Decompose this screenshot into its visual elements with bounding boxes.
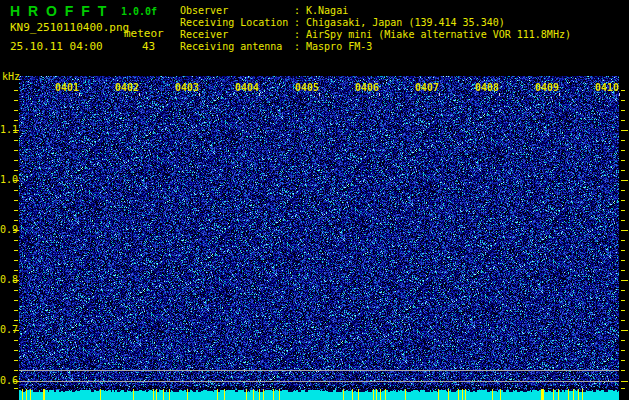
time-label: 0407 [409, 82, 439, 93]
time-label: 0403 [169, 82, 199, 93]
freq-major-tick-right [621, 180, 628, 181]
freq-axis-label: 1.0 [0, 174, 14, 185]
meteor-marker [156, 389, 157, 400]
info-value: : Chigasaki, Japan (139.414 35.340) [294, 17, 505, 28]
freq-minor-tick [14, 350, 18, 351]
time-label: 0401 [49, 82, 79, 93]
minute-tick [439, 93, 440, 96]
time-label: 0405 [289, 82, 319, 93]
freq-minor-tick [14, 200, 18, 201]
info-value: : AirSpy mini (Miake alternative VOR 111… [294, 29, 571, 40]
info-value: : K.Nagai [294, 5, 348, 16]
freq-minor-tick-right [621, 220, 625, 221]
freq-minor-tick [14, 220, 18, 221]
freq-minor-tick [14, 260, 18, 261]
info-label: Receiving Location [180, 17, 294, 29]
freq-minor-tick-right [621, 160, 625, 161]
freq-minor-tick [14, 90, 18, 91]
minute-tick [199, 93, 200, 96]
freq-minor-tick-right [621, 250, 625, 251]
time-label: 0406 [349, 82, 379, 93]
freq-minor-tick [14, 190, 18, 191]
freq-minor-tick-right [621, 270, 625, 271]
meteor-marker [465, 389, 466, 400]
meteor-marker [259, 389, 260, 400]
freq-axis-label: 0.8 [0, 274, 14, 285]
filename: KN9_2510110400.png [10, 21, 129, 34]
freq-minor-tick-right [621, 100, 625, 101]
info-label: Receiver [180, 29, 294, 41]
freq-minor-tick-right [621, 110, 625, 111]
freq-minor-tick [14, 110, 18, 111]
meteor-marker [462, 389, 463, 400]
timestamp: 25.10.11 04:00 [10, 40, 103, 53]
freq-minor-tick-right [621, 140, 625, 141]
time-label: 0404 [229, 82, 259, 93]
meteor-marker [568, 389, 569, 400]
freq-minor-tick [14, 370, 18, 371]
freq-major-tick-right [621, 330, 628, 331]
meteor-marker [558, 389, 559, 400]
freq-minor-tick [14, 320, 18, 321]
hrofft-screen: H R O F F T 1.0.0f KN9_2510110400.png me… [0, 0, 629, 400]
freq-minor-tick-right [621, 90, 625, 91]
meteor-marker [163, 389, 164, 400]
meteor-marker [380, 389, 381, 400]
meteor-marker [358, 389, 359, 400]
freq-minor-tick-right [621, 150, 625, 151]
meteor-marker [217, 389, 218, 400]
meteor-marker [582, 389, 583, 400]
meteor-marker [573, 389, 574, 400]
meteor-marker [26, 389, 27, 400]
minute-tick [79, 93, 80, 96]
meteor-marker [500, 389, 501, 400]
time-label: 0410 [589, 82, 619, 93]
app-title: H R O F F T [10, 3, 108, 19]
freq-minor-tick [14, 310, 18, 311]
info-row: Receiver: AirSpy mini (Miake alternative… [180, 29, 571, 41]
freq-minor-tick [14, 270, 18, 271]
meteor-marker [385, 389, 386, 400]
freq-minor-tick [14, 160, 18, 161]
freq-axis-unit: kHz [2, 71, 20, 82]
info-row: Receiving antenna: Maspro FM-3 [180, 41, 571, 53]
freq-minor-tick-right [621, 190, 625, 191]
meteor-marker [263, 389, 264, 400]
minute-tick [559, 93, 560, 96]
freq-major-tick-right [621, 381, 628, 382]
time-label: 0409 [529, 82, 559, 93]
meteor-marker [541, 389, 544, 400]
freq-minor-tick [14, 250, 18, 251]
meteor-marker [492, 389, 493, 400]
freq-minor-tick-right [621, 240, 625, 241]
freq-minor-tick [14, 120, 18, 121]
meteor-count: 43 [142, 40, 155, 53]
info-value: : Maspro FM-3 [294, 41, 372, 52]
freq-minor-tick-right [621, 170, 625, 171]
meteor-marker [187, 389, 188, 400]
meteor-marker [224, 389, 225, 400]
meteor-marker [343, 389, 344, 400]
minute-tick [619, 93, 620, 96]
freq-minor-tick [14, 170, 18, 171]
meteor-marker [553, 389, 554, 400]
meteor-marker [43, 389, 45, 400]
meteor-marker [458, 389, 459, 400]
freq-minor-tick-right [621, 120, 625, 121]
minute-tick [259, 93, 260, 96]
freq-minor-tick-right [621, 340, 625, 341]
freq-major-tick-right [621, 130, 628, 131]
freq-minor-tick [14, 340, 18, 341]
freq-minor-tick [14, 290, 18, 291]
freq-minor-tick [14, 360, 18, 361]
freq-minor-tick-right [621, 260, 625, 261]
info-row: Observer: K.Nagai [180, 5, 571, 17]
info-label: Observer [180, 5, 294, 17]
freq-axis-label: 0.9 [0, 224, 14, 235]
minute-tick [139, 93, 140, 96]
freq-axis-label: 0.7 [0, 324, 14, 335]
meteor-marker [279, 389, 280, 400]
time-label: 0408 [469, 82, 499, 93]
app-version: 1.0.0f [121, 6, 157, 17]
meteor-label: meteor [124, 27, 164, 40]
